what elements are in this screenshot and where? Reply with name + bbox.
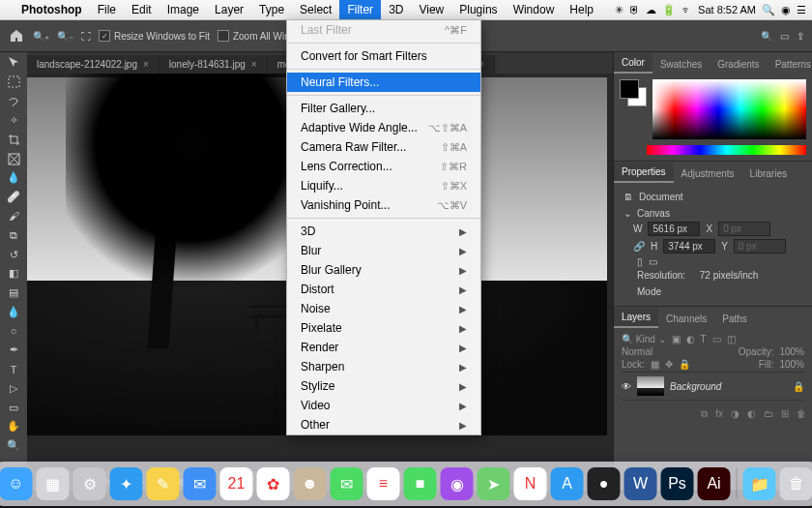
tray-cloud-icon[interactable]: ☁ [646,4,656,16]
layer-background[interactable]: 👁 Background 🔒 [622,372,804,401]
link-icon[interactable]: 🔗 [633,241,645,252]
menu-liquify[interactable]: Liquify...⇧⌘X [287,176,480,195]
portrait-icon[interactable]: ▯ [637,256,643,267]
fx-icon[interactable]: fx [715,408,723,420]
menu-filter-gallery[interactable]: Filter Gallery... [287,99,480,118]
dock-notes[interactable]: ✎ [147,467,180,500]
new-layer-icon[interactable]: ⊞ [781,408,789,420]
dock-podcasts[interactable]: ◉ [441,467,474,500]
filter-pixel-icon[interactable]: ▣ [672,334,681,344]
tab-gradients[interactable]: Gradients [710,55,767,74]
frame-tool[interactable] [5,152,22,165]
dock-messages[interactable]: ✉ [331,467,363,500]
opacity-value[interactable]: 100% [779,346,804,357]
tray-spotlight-icon[interactable]: 🔍 [762,4,775,16]
tab-libraries[interactable]: Libraries [742,164,795,183]
app-name[interactable]: Photoshop [14,0,90,19]
share-icon[interactable]: ⇪ [797,31,804,42]
zoom-fit-icon[interactable]: ⛶ [81,31,91,42]
tab-adjustments[interactable]: Adjustments [674,164,742,183]
adjustment-icon[interactable]: ◐ [747,408,756,420]
tray-battery-icon[interactable]: 🔋 [662,4,676,16]
lock-all-icon[interactable]: 🔒 [679,359,690,370]
filter-kind[interactable]: 🔍 Kind ⌄ [622,334,666,344]
workspace-icon[interactable]: ▭ [780,31,789,42]
zoom-out-icon[interactable]: 🔍₋ [57,31,73,42]
tray-siri-icon[interactable]: ◉ [781,4,791,16]
dock-appstore[interactable]: A [551,467,584,500]
text-tool[interactable]: T [5,363,22,376]
menu-stylize-sub[interactable]: Stylize▶ [287,376,480,396]
dock-facetime[interactable]: ■ [404,467,437,500]
blur-tool[interactable]: 💧 [5,305,22,318]
stamp-tool[interactable]: ⧉ [5,228,22,242]
menu-render-sub[interactable]: Render▶ [287,338,480,357]
trash-icon[interactable]: 🗑 [797,408,806,420]
dock-word[interactable]: W [624,467,657,500]
color-field[interactable] [652,79,806,139]
crop-tool[interactable] [5,134,22,147]
path-tool[interactable]: ▷ [5,381,22,395]
dock-settings[interactable]: ⚙ [73,467,106,500]
menu-filter[interactable]: Filter [339,0,381,19]
tray-bell-icon[interactable]: ✳ [615,4,624,16]
menu-vanishing-point[interactable]: Vanishing Point...⌥⌘V [287,195,480,215]
tab-paths[interactable]: Paths [714,310,755,328]
menu-image[interactable]: Image [160,0,207,19]
tab-lonely[interactable]: lonely-814631.jpg× [160,55,268,74]
tab-properties[interactable]: Properties [614,163,674,183]
dock-finder[interactable]: ☺ [0,467,33,500]
close-icon[interactable]: × [143,59,149,70]
menu-distort-sub[interactable]: Distort▶ [287,280,480,299]
menu-camera-raw[interactable]: Camera Raw Filter...⇧⌘A [287,137,480,157]
fg-bg-swatch[interactable] [620,79,647,106]
zoom-tool[interactable]: 🔍 [5,439,22,453]
menu-video-sub[interactable]: Video▶ [287,396,480,415]
dock-photoshop[interactable]: Ps [661,467,694,500]
home-button[interactable] [8,27,25,45]
brush-tool[interactable]: 🖌 [5,210,22,224]
lock-pixels-icon[interactable]: ▦ [651,359,659,370]
pen-tool[interactable]: ✒ [5,344,22,357]
menu-lens-correction[interactable]: Lens Correction...⇧⌘R [287,157,480,176]
tray-shield-icon[interactable]: ⛨ [629,4,640,15]
heal-tool[interactable]: 🩹 [5,191,22,204]
filter-smart-icon[interactable]: ◫ [727,334,736,344]
lock-position-icon[interactable]: ✥ [665,359,673,370]
blend-mode[interactable]: Normal [622,346,652,357]
dock-contacts[interactable]: ☻ [294,467,327,500]
tab-patterns[interactable]: Patterns [768,55,812,74]
menu-window[interactable]: Window [506,0,563,19]
filter-text-icon[interactable]: T [701,334,707,344]
marquee-tool[interactable] [5,75,22,89]
menu-file[interactable]: File [90,0,124,19]
height-field[interactable]: 3744 px [663,239,715,254]
eyedropper-tool[interactable]: 💧 [5,171,22,185]
eraser-tool[interactable]: ◧ [5,267,22,281]
dock-calendar[interactable]: 21 [220,467,253,500]
mask-icon[interactable]: ◑ [731,408,740,420]
tray-clock[interactable]: Sat 8:52 AM [698,4,756,15]
filter-shape-icon[interactable]: ▭ [712,334,721,344]
menu-convert-smart[interactable]: Convert for Smart Filters [287,46,480,66]
menu-adaptive-wide[interactable]: Adaptive Wide Angle...⌥⇧⌘A [287,118,480,137]
menu-blur-sub[interactable]: Blur▶ [287,241,480,260]
filter-adj-icon[interactable]: ◐ [686,334,695,344]
landscape-icon[interactable]: ▭ [649,256,657,267]
menu-other-sub[interactable]: Other▶ [287,415,480,434]
dock-siri[interactable]: ● [588,467,621,500]
hand-tool[interactable]: ✋ [5,420,22,433]
group-icon[interactable]: 🗀 [764,408,773,420]
tab-layers[interactable]: Layers [614,308,658,328]
menu-view[interactable]: View [411,0,451,19]
menu-help[interactable]: Help [562,0,601,19]
gradient-tool[interactable]: ▤ [5,286,22,300]
fill-value[interactable]: 100% [779,359,804,370]
tab-channels[interactable]: Channels [658,310,714,328]
dock-reminders[interactable]: ≡ [367,467,400,500]
dodge-tool[interactable]: ○ [5,324,22,338]
menu-noise-sub[interactable]: Noise▶ [287,299,480,318]
dock-mail[interactable]: ✉ [184,467,217,500]
menu-pixelate-sub[interactable]: Pixelate▶ [287,318,480,338]
resize-windows-checkbox[interactable]: ✓Resize Windows to Fit [99,30,210,42]
